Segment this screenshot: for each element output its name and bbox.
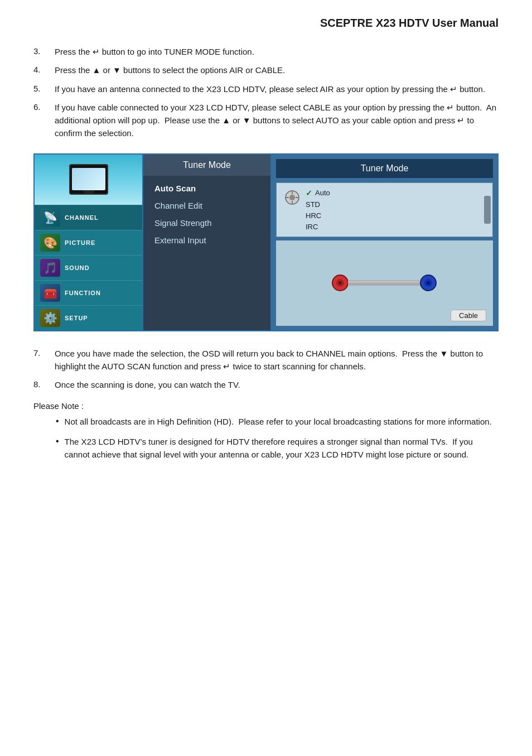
opt-irc-label: IRC [306,223,318,231]
menu-item-setup[interactable]: ⚙️ SETUP [35,305,142,330]
instruction-item-7: 7. Once you have made the selection, the… [33,347,499,373]
function-label: FUNCTION [65,290,101,296]
instruction-text-6: If you have cable connected to your X23 … [55,101,499,140]
instruction-num-3: 3. [33,45,55,58]
setup-icon: ⚙️ [40,309,60,327]
instruction-text-3: Press the ↵ button to go into TUNER MODE… [55,45,499,58]
page-header: SCEPTRE X23 HDTV User Manual [33,17,499,30]
screenshots-row: 📡 CHANNEL 🎨 PICTURE 🎵 SOUND 🧰 FUNCTION ⚙… [33,153,499,331]
tuner-item-externalinput[interactable]: External Input [154,235,259,245]
instruction-text-7: Once you have made the selection, the OS… [55,347,499,373]
menu-item-sound[interactable]: 🎵 SOUND [35,255,142,280]
tuner-item-autoscan[interactable]: Auto Scan [154,184,259,193]
note-list: Not all broadcasts are in High Definitio… [33,415,499,461]
bottom-instructions: 7. Once you have made the selection, the… [33,347,499,461]
instruction-item-8: 8. Once the scanning is done, you can wa… [33,378,499,391]
sound-icon: 🎵 [40,259,60,277]
sound-label: SOUND [65,264,90,271]
instruction-item-6: 6. If you have cable connected to your X… [33,101,499,140]
menu-item-function[interactable]: 🧰 FUNCTION [35,280,142,305]
cable-options-box: ✓ Auto STD HRC IRC [276,182,493,237]
panel-middle: Tuner Mode Auto Scan Channel Edit Signal… [143,155,272,330]
instruction-num-6: 6. [33,101,55,140]
note-text-1: Not all broadcasts are in High Definitio… [65,415,492,428]
channel-icon: 📡 [40,209,60,227]
instruction-num-7: 7. [33,347,55,373]
note-item-2: The X23 LCD HDTV’s tuner is designed for… [56,435,499,461]
instructions-list: 3. Press the ↵ button to go into TUNER M… [33,45,499,140]
panel-left: 📡 CHANNEL 🎨 PICTURE 🎵 SOUND 🧰 FUNCTION ⚙… [35,155,143,330]
function-icon: 🧰 [40,284,60,302]
opt-auto-label: Auto [315,189,330,197]
note-item-1: Not all broadcasts are in High Definitio… [56,415,499,428]
note-title: Please Note : [33,401,499,411]
svg-point-1 [289,195,295,200]
scroll-indicator[interactable] [484,196,491,224]
cable-input-icon [284,190,300,209]
panel-right: Tuner Mode ✓ A [272,155,497,330]
cable-opt-irc[interactable]: IRC [306,223,330,231]
tuner-items-list: Auto Scan Channel Edit Signal Strength E… [143,176,270,253]
note-section: Please Note : Not all broadcasts are in … [33,401,499,461]
tuner-item-signalstrength[interactable]: Signal Strength [154,218,259,228]
instruction-item-3: 3. Press the ↵ button to go into TUNER M… [33,45,499,58]
picture-icon: 🎨 [40,234,60,252]
cable-opt-hrc[interactable]: HRC [306,211,330,220]
page-title: SCEPTRE X23 HDTV User Manual [320,17,499,29]
tuner-mode-title-left: Tuner Mode [183,160,231,170]
tuner-mode-title-right: Tuner Mode [361,163,409,173]
cable-opt-std[interactable]: STD [306,200,330,209]
tuner-mode-header-right: Tuner Mode [276,159,493,178]
note-text-2: The X23 LCD HDTV’s tuner is designed for… [65,435,499,461]
cable-options-list: ✓ Auto STD HRC IRC [306,189,330,231]
tuner-mode-header-left: Tuner Mode [143,155,270,176]
channel-label: CHANNEL [65,214,99,221]
cable-image-box: Cable [276,240,493,326]
menu-item-picture[interactable]: 🎨 PICTURE [35,230,142,255]
picture-label: PICTURE [65,239,95,246]
panel-right-inner: ✓ Auto STD HRC IRC [276,182,493,326]
tuner-item-channeledit[interactable]: Channel Edit [154,201,259,210]
instruction-num-8: 8. [33,378,55,391]
instruction-item-5: 5. If you have an antenna connected to t… [33,83,499,95]
tv-icon [69,164,108,195]
instruction-num-4: 4. [33,64,55,76]
instruction-text-4: Press the ▲ or ▼ buttons to select the o… [55,64,499,76]
instruction-text-5: If you have an antenna connected to the … [55,83,499,95]
opt-std-label: STD [306,200,320,209]
instruction-item-4: 4. Press the ▲ or ▼ buttons to select th… [33,64,499,76]
menu-item-channel[interactable]: 📡 CHANNEL [35,205,142,230]
tv-preview [35,155,142,205]
check-icon: ✓ [306,189,312,198]
opt-hrc-label: HRC [306,211,321,220]
cable-svg [329,263,441,302]
svg-point-13 [427,281,430,285]
svg-rect-10 [348,281,420,283]
cable-opt-auto[interactable]: ✓ Auto [306,189,330,198]
setup-label: SETUP [65,315,88,321]
instruction-num-5: 5. [33,83,55,95]
cable-button[interactable]: Cable [451,310,486,321]
svg-point-8 [338,281,342,285]
instruction-text-8: Once the scanning is done, you can watch… [55,378,499,391]
